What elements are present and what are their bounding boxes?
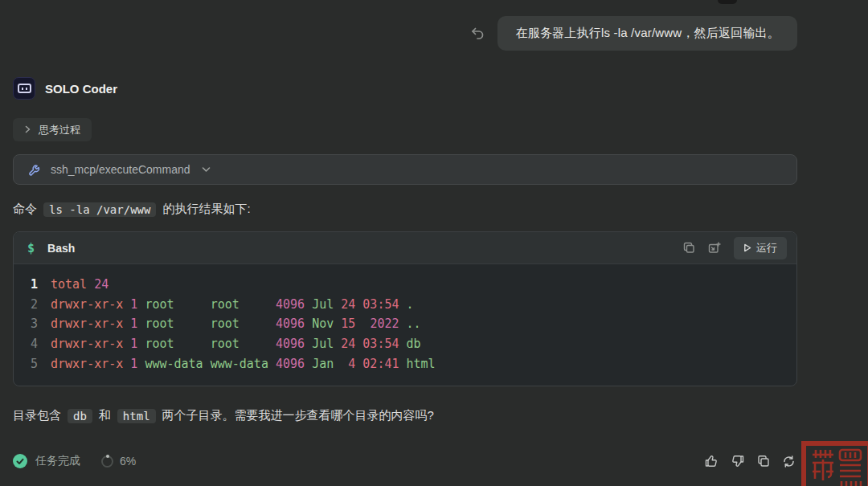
code-block-header: $ Bash 运行 bbox=[14, 232, 796, 264]
thinking-process-toggle[interactable]: 思考过程 bbox=[13, 118, 92, 141]
red-seal-watermark bbox=[801, 441, 868, 486]
copy-icon[interactable] bbox=[683, 242, 695, 254]
closing-text-part: 和 bbox=[99, 408, 111, 423]
tool-call-bar[interactable]: ssh_mcp/executeCommand bbox=[13, 154, 797, 185]
result-intro-line: 命令 ls -la /var/www 的执行结果如下: bbox=[13, 202, 251, 217]
closing-text: 目录包含db和html两个子目录。需要我进一步查看哪个目录的内容吗? bbox=[13, 408, 434, 423]
user-message-row: 在服务器上执行ls -la /var/www，然后返回输出。 bbox=[469, 16, 797, 51]
inline-code-command: ls -la /var/www bbox=[43, 202, 156, 217]
thumbs-up-icon[interactable] bbox=[704, 454, 719, 468]
code-body: 1total 242drwxr-xr-x 1 root root 4096 Ju… bbox=[14, 264, 796, 374]
chevron-down-icon bbox=[202, 166, 211, 173]
assistant-name: SOLO Coder bbox=[45, 82, 117, 96]
run-button-label: 运行 bbox=[756, 241, 777, 255]
task-status-label: 任务完成 bbox=[35, 454, 80, 468]
wrench-icon bbox=[27, 163, 41, 177]
tool-call-label: ssh_mcp/executeCommand bbox=[51, 163, 190, 176]
result-intro-prefix: 命令 bbox=[13, 202, 37, 217]
code-line: 2drwxr-xr-x 1 root root 4096 Jul 24 03:5… bbox=[14, 295, 796, 315]
line-number: 5 bbox=[14, 357, 51, 371]
inline-code: html bbox=[117, 409, 156, 423]
code-line: 4drwxr-xr-x 1 root root 4096 Jul 24 03:5… bbox=[14, 334, 796, 354]
copy-response-icon[interactable] bbox=[757, 455, 770, 468]
partial-top-icon bbox=[718, 0, 737, 4]
code-actions: 运行 bbox=[683, 237, 787, 259]
thinking-process-label: 思考过程 bbox=[39, 123, 80, 137]
code-line: 1total 24 bbox=[14, 275, 796, 295]
code-line: 5drwxr-xr-x 1 www-data www-data 4096 Jan… bbox=[14, 353, 796, 374]
line-number: 1 bbox=[14, 277, 51, 292]
progress-spinner-icon bbox=[101, 455, 113, 468]
undo-icon[interactable] bbox=[469, 26, 485, 41]
message-actions bbox=[704, 454, 796, 468]
closing-text-part: 目录包含 bbox=[13, 408, 61, 423]
inline-code: db bbox=[68, 409, 92, 423]
assistant-header: SOLO Coder bbox=[13, 77, 117, 100]
line-number: 3 bbox=[14, 317, 51, 331]
line-number: 4 bbox=[14, 337, 51, 351]
status-bar: 任务完成 6% bbox=[13, 450, 796, 472]
regenerate-icon[interactable] bbox=[782, 455, 796, 468]
code-block: $ Bash 运行 1total 242drwxr-xr-x bbox=[13, 231, 797, 386]
thumbs-down-icon[interactable] bbox=[731, 454, 745, 468]
task-complete-check-icon bbox=[13, 454, 27, 468]
insert-icon[interactable] bbox=[708, 242, 721, 254]
closing-text-part: 两个子目录。需要我进一步查看哪个目录的内容吗? bbox=[162, 408, 434, 423]
code-language-label: Bash bbox=[47, 242, 75, 255]
solo-coder-logo-icon bbox=[13, 77, 35, 100]
run-button[interactable]: 运行 bbox=[734, 237, 787, 259]
play-icon bbox=[743, 243, 751, 252]
progress-percent: 6% bbox=[120, 455, 136, 468]
line-number: 2 bbox=[14, 297, 51, 312]
code-line: 3drwxr-xr-x 1 root root 4096 Nov 15 2022… bbox=[14, 314, 796, 334]
user-message-bubble: 在服务器上执行ls -la /var/www，然后返回输出。 bbox=[497, 16, 797, 51]
result-intro-suffix: 的执行结果如下: bbox=[162, 202, 250, 217]
shell-prompt-icon: $ bbox=[27, 241, 35, 255]
chevron-right-icon bbox=[24, 125, 31, 135]
